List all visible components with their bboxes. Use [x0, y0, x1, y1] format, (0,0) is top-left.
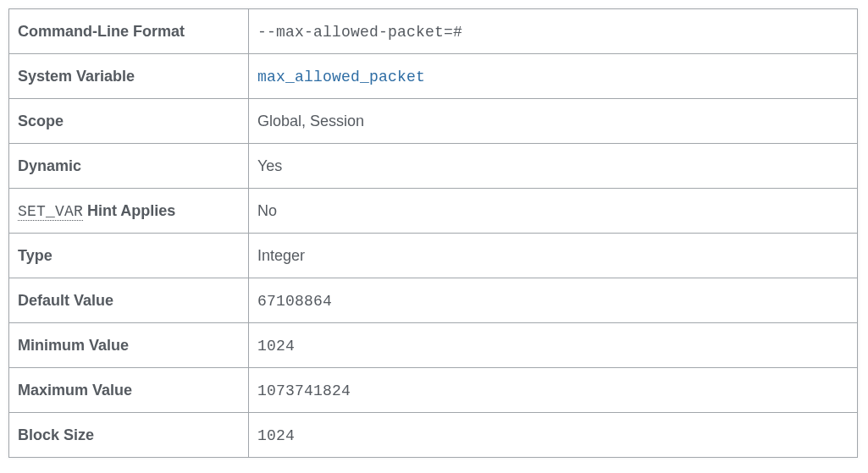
code-value: 1024: [257, 338, 295, 355]
table-row: Default Value 67108864: [9, 278, 858, 323]
row-label-minimum-value: Minimum Value: [9, 323, 249, 368]
row-value-type: Integer: [249, 234, 858, 278]
row-label-maximum-value: Maximum Value: [9, 368, 249, 413]
code-value: 67108864: [257, 293, 332, 310]
row-label-dynamic: Dynamic: [9, 144, 249, 189]
row-label-system-variable: System Variable: [9, 54, 249, 99]
set-var-code: SET_VAR: [18, 203, 83, 221]
row-value-maximum-value: 1073741824: [249, 368, 858, 413]
code-value: 1024: [257, 427, 295, 444]
set-var-label-rest: Hint Applies: [83, 202, 175, 219]
table-row: Scope Global, Session: [9, 99, 858, 144]
code-value: 1073741824: [257, 382, 351, 399]
row-label-type: Type: [9, 234, 249, 278]
table-row: Type Integer: [9, 234, 858, 278]
table-row: Command-Line Format --max-allowed-packet…: [9, 9, 858, 54]
row-value-scope: Global, Session: [249, 99, 858, 144]
row-value-block-size: 1024: [249, 413, 858, 458]
row-label-block-size: Block Size: [9, 413, 249, 458]
row-label-default-value: Default Value: [9, 278, 249, 323]
row-label-command-line-format: Command-Line Format: [9, 9, 249, 54]
row-value-minimum-value: 1024: [249, 323, 858, 368]
system-variable-link[interactable]: max_allowed_packet: [257, 69, 425, 85]
code-value: --max-allowed-packet=#: [257, 24, 462, 41]
row-value-dynamic: Yes: [249, 144, 858, 189]
table-row: Block Size 1024: [9, 413, 858, 458]
variable-properties-table: Command-Line Format --max-allowed-packet…: [8, 8, 858, 458]
table-row: Dynamic Yes: [9, 144, 858, 189]
table-row: System Variable max_allowed_packet: [9, 54, 858, 99]
row-value-set-var-hint: No: [249, 189, 858, 234]
table-row: Maximum Value 1073741824: [9, 368, 858, 413]
row-value-command-line-format: --max-allowed-packet=#: [249, 9, 858, 54]
table-row: SET_VAR Hint Applies No: [9, 189, 858, 234]
row-label-scope: Scope: [9, 99, 249, 144]
row-value-default-value: 67108864: [249, 278, 858, 323]
row-value-system-variable: max_allowed_packet: [249, 54, 858, 99]
table-row: Minimum Value 1024: [9, 323, 858, 368]
row-label-set-var-hint: SET_VAR Hint Applies: [9, 189, 249, 234]
